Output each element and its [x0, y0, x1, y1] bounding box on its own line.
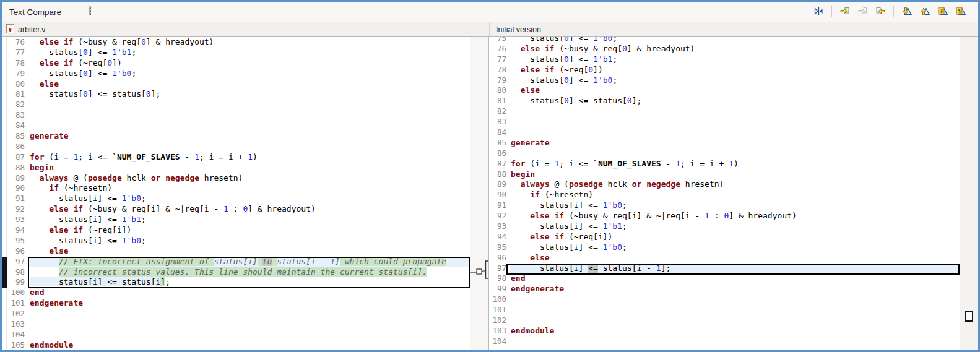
code-text[interactable]: [510, 127, 960, 138]
code-text[interactable]: status[i] <= status[i - 1];: [510, 264, 960, 274]
right-editor-pane[interactable]: 75 status[0] <= 1'b0;76 else if (~busy &…: [489, 37, 960, 351]
right-code-line-92[interactable]: 92 else if (~busy & req[i] & ~|req[i - 1…: [489, 211, 960, 221]
code-text[interactable]: status[0] <= 1'b0;: [510, 37, 960, 44]
right-code-line-83[interactable]: 83: [489, 117, 960, 127]
left-code-line-102[interactable]: 102: [2, 309, 470, 319]
code-text[interactable]: [510, 316, 960, 326]
code-text[interactable]: endmodule: [28, 340, 470, 351]
left-code-line-84[interactable]: 84: [2, 121, 470, 131]
code-text[interactable]: else: [28, 79, 470, 90]
code-text[interactable]: [510, 117, 960, 127]
left-code-line-93[interactable]: 93 status[i] <= 1'b1;: [2, 215, 470, 225]
left-code-line-86[interactable]: 86: [2, 142, 470, 152]
right-code-line-96[interactable]: 96 else: [489, 253, 960, 264]
code-text[interactable]: begin: [510, 170, 960, 180]
previous-change-button[interactable]: [954, 5, 967, 19]
code-text[interactable]: status[i] <= 1'b0;: [510, 243, 960, 253]
code-text[interactable]: if (~hresetn): [28, 183, 470, 194]
right-code-line-98[interactable]: 98end: [489, 273, 960, 284]
diff-overview-marker[interactable]: [965, 311, 973, 322]
code-text[interactable]: endgenerate: [510, 284, 960, 294]
code-text[interactable]: else: [510, 253, 960, 264]
right-code-line-75[interactable]: 75 status[0] <= 1'b0;: [489, 37, 960, 44]
code-text[interactable]: else if (~busy & req[i] & ~|req[i - 1 : …: [28, 204, 470, 215]
code-text[interactable]: generate: [28, 131, 470, 142]
code-text[interactable]: [28, 121, 470, 131]
previous-difference-button[interactable]: [918, 5, 931, 19]
left-code-line-81[interactable]: 81 status[0] <= status[0];: [2, 89, 470, 100]
view-menu-button[interactable]: [87, 6, 92, 18]
code-text[interactable]: status[0] <= status[0];: [510, 96, 960, 106]
right-code-line-87[interactable]: 87for (i = 1; i <= `NUM_OF_SLAVES - 1; i…: [489, 159, 960, 170]
code-text[interactable]: [28, 110, 470, 121]
right-code-line-103[interactable]: 103endmodule: [489, 326, 960, 337]
right-code-line-100[interactable]: 100: [489, 294, 960, 305]
code-text[interactable]: for (i = 1; i <= `NUM_OF_SLAVES - 1; i =…: [510, 159, 960, 170]
right-code-line-76[interactable]: 76 else if (~busy & req[0] & hreadyout): [489, 44, 960, 54]
swap-left-and-right-button[interactable]: [812, 5, 825, 19]
code-text[interactable]: status[i] <= 1'b0;: [510, 200, 960, 211]
code-text[interactable]: [28, 309, 470, 319]
left-code-line-82[interactable]: 82: [2, 100, 470, 110]
right-code-line-101[interactable]: 101: [489, 305, 960, 316]
code-text[interactable]: endgenerate: [28, 298, 470, 309]
right-code-line-91[interactable]: 91 status[i] <= 1'b0;: [489, 200, 960, 211]
code-text[interactable]: always @ (posedge hclk or negedge hreset…: [510, 179, 960, 190]
code-text[interactable]: status[i] <= 1'b1;: [510, 221, 960, 232]
code-text[interactable]: begin: [28, 163, 470, 173]
right-code-line-89[interactable]: 89 always @ (posedge hclk or negedge hre…: [489, 179, 960, 190]
right-code-line-81[interactable]: 81 status[0] <= status[0];: [489, 96, 960, 106]
code-text[interactable]: // FIX: Incorrect assignment of status[i…: [28, 257, 470, 267]
left-code-line-95[interactable]: 95 status[i] <= 1'b0;: [2, 236, 470, 246]
code-text[interactable]: for (i = 1; i <= `NUM_OF_SLAVES - 1; i =…: [28, 152, 470, 163]
overview-ruler[interactable]: [960, 37, 978, 351]
code-text[interactable]: status[0] <= 1'b1;: [510, 54, 960, 65]
right-code-line-78[interactable]: 78 else if (~req[0]): [489, 65, 960, 75]
right-code-line-102[interactable]: 102: [489, 316, 960, 326]
right-code-line-90[interactable]: 90 if (~hresetn): [489, 190, 960, 200]
code-text[interactable]: status[i] <= status[i];: [28, 277, 470, 288]
next-change-button[interactable]: [936, 5, 949, 19]
left-code-line-88[interactable]: 88begin: [2, 163, 470, 173]
right-code-line-84[interactable]: 84: [489, 127, 960, 138]
copy-all-from-left-to-right-button[interactable]: [838, 5, 851, 19]
left-code-line-90[interactable]: 90 if (~hresetn): [2, 183, 470, 194]
left-code-line-87[interactable]: 87for (i = 1; i <= `NUM_OF_SLAVES - 1; i…: [2, 152, 470, 163]
code-text[interactable]: status[0] <= status[0];: [28, 89, 470, 100]
copy-current-change-from-left-to-right-button[interactable]: [856, 5, 869, 19]
right-code-line-93[interactable]: 93 status[i] <= 1'b1;: [489, 221, 960, 232]
left-code-line-78[interactable]: 78 else if (~req[0]): [2, 58, 470, 69]
code-text[interactable]: status[i] <= 1'b0;: [28, 194, 470, 204]
code-text[interactable]: else: [28, 246, 470, 257]
left-code-line-83[interactable]: 83: [2, 110, 470, 121]
right-code-line-88[interactable]: 88begin: [489, 170, 960, 180]
right-code-line-94[interactable]: 94 else if (~req[i]): [489, 232, 960, 243]
left-code-line-103[interactable]: 103: [2, 319, 470, 330]
code-text[interactable]: status[i] <= 1'b0;: [28, 236, 470, 246]
code-text[interactable]: status[i] <= 1'b1;: [28, 215, 470, 225]
code-text[interactable]: [510, 148, 960, 159]
code-text[interactable]: [510, 294, 960, 305]
code-text[interactable]: [510, 106, 960, 117]
right-code-line-77[interactable]: 77 status[0] <= 1'b1;: [489, 54, 960, 65]
copy-current-change-from-right-to-left-button[interactable]: [874, 5, 887, 19]
left-code-line-100[interactable]: 100end: [2, 288, 470, 298]
code-text[interactable]: end: [28, 288, 470, 298]
right-code-line-79[interactable]: 79 status[0] <= 1'b0;: [489, 75, 960, 86]
right-code-line-86[interactable]: 86: [489, 148, 960, 159]
code-text[interactable]: [28, 319, 470, 330]
left-code-line-101[interactable]: 101endgenerate: [2, 298, 470, 309]
diff-connector-icon[interactable]: [470, 37, 488, 351]
code-text[interactable]: endmodule: [510, 326, 960, 337]
code-text[interactable]: always @ (posedge hclk or negedge hreset…: [28, 173, 470, 184]
left-code-line-77[interactable]: 77 status[0] <= 1'b1;: [2, 48, 470, 58]
code-text[interactable]: else if (~req[0]): [510, 65, 960, 75]
left-code-line-96[interactable]: 96 else: [2, 246, 470, 257]
left-code-line-79[interactable]: 79 status[0] <= 1'b0;: [2, 69, 470, 79]
left-editor-pane[interactable]: 76 else if (~busy & req[0] & hreadyout)7…: [2, 37, 470, 351]
right-code-line-97[interactable]: 97 status[i] <= status[i - 1];: [489, 264, 960, 274]
code-text[interactable]: else if (~req[i]): [28, 225, 470, 236]
code-text[interactable]: generate: [510, 138, 960, 148]
code-text[interactable]: else if (~req[0]): [28, 58, 470, 69]
left-code-line-105[interactable]: 105endmodule: [2, 340, 470, 351]
